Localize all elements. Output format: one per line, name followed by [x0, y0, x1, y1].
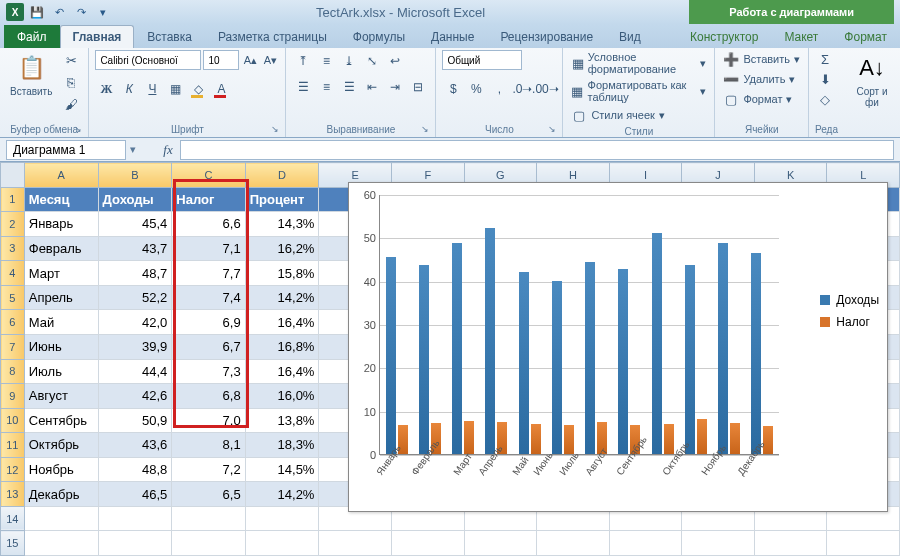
- tab-formulas[interactable]: Формулы: [340, 25, 418, 48]
- cut-icon[interactable]: ✂: [60, 50, 82, 70]
- cell[interactable]: Январь: [24, 212, 98, 237]
- cell[interactable]: [392, 531, 465, 556]
- clear-icon[interactable]: ◇: [815, 90, 835, 108]
- cell[interactable]: 14,2%: [245, 285, 319, 310]
- excel-icon[interactable]: X: [6, 3, 24, 21]
- cell[interactable]: [682, 531, 755, 556]
- cell[interactable]: 50,9: [98, 408, 172, 433]
- font-size-input[interactable]: [203, 50, 239, 70]
- cell[interactable]: 16,4%: [245, 310, 319, 335]
- cell[interactable]: Июль: [24, 359, 98, 384]
- cell[interactable]: 6,9: [172, 310, 245, 335]
- cell[interactable]: [537, 531, 610, 556]
- conditional-formatting-button[interactable]: ▦Условное форматирование ▾: [569, 50, 708, 76]
- row-header[interactable]: 6: [1, 310, 25, 335]
- cell[interactable]: 14,3%: [245, 212, 319, 237]
- format-as-table-button[interactable]: ▦Форматировать как таблицу ▾: [569, 78, 708, 104]
- orientation-icon[interactable]: ⤡: [361, 50, 383, 72]
- row-header[interactable]: 12: [1, 457, 25, 482]
- row-header[interactable]: 10: [1, 408, 25, 433]
- font-color-icon[interactable]: A: [210, 78, 232, 100]
- cell[interactable]: [319, 531, 392, 556]
- tab-chart-layout[interactable]: Макет: [771, 25, 831, 48]
- cell[interactable]: 14,5%: [245, 457, 319, 482]
- format-painter-icon[interactable]: 🖌: [60, 94, 82, 114]
- format-cells-button[interactable]: ▢Формат ▾: [721, 90, 794, 108]
- cell[interactable]: 18,3%: [245, 433, 319, 458]
- tab-chart-format[interactable]: Формат: [831, 25, 900, 48]
- cell[interactable]: 7,1: [172, 236, 245, 261]
- cell[interactable]: 16,8%: [245, 334, 319, 359]
- font-launcher-icon[interactable]: ↘: [271, 124, 279, 134]
- cell[interactable]: Сентябрь: [24, 408, 98, 433]
- cell[interactable]: [754, 531, 827, 556]
- cell[interactable]: 6,7: [172, 334, 245, 359]
- fill-color-icon[interactable]: ◇: [187, 78, 209, 100]
- row-header[interactable]: 5: [1, 285, 25, 310]
- autosum-icon[interactable]: Σ: [815, 50, 835, 68]
- select-all-corner[interactable]: [1, 163, 25, 188]
- shrink-font-icon[interactable]: A▾: [261, 50, 279, 70]
- cell[interactable]: [609, 531, 682, 556]
- tab-review[interactable]: Рецензирование: [487, 25, 606, 48]
- sort-filter-button[interactable]: A↓ Сорт и фи: [850, 50, 894, 110]
- tab-insert[interactable]: Вставка: [134, 25, 205, 48]
- row-header[interactable]: 15: [1, 531, 25, 556]
- cell[interactable]: Май: [24, 310, 98, 335]
- cell[interactable]: 7,3: [172, 359, 245, 384]
- row-header[interactable]: 1: [1, 187, 25, 212]
- cell[interactable]: [245, 531, 319, 556]
- cell[interactable]: Налог: [172, 187, 245, 212]
- delete-cells-button[interactable]: ➖Удалить ▾: [721, 70, 797, 88]
- cell[interactable]: [172, 506, 245, 531]
- tab-data[interactable]: Данные: [418, 25, 487, 48]
- cell[interactable]: 13,8%: [245, 408, 319, 433]
- cell[interactable]: 6,6: [172, 212, 245, 237]
- cell[interactable]: 16,4%: [245, 359, 319, 384]
- cell[interactable]: [464, 531, 537, 556]
- cell[interactable]: 7,4: [172, 285, 245, 310]
- cell[interactable]: 44,4: [98, 359, 172, 384]
- row-header[interactable]: 4: [1, 261, 25, 286]
- tab-chart-designer[interactable]: Конструктор: [677, 25, 771, 48]
- copy-icon[interactable]: ⎘: [60, 72, 82, 92]
- paste-button[interactable]: 📋 Вставить: [6, 50, 56, 99]
- cell[interactable]: 16,2%: [245, 236, 319, 261]
- cell[interactable]: Месяц: [24, 187, 98, 212]
- cell[interactable]: 15,8%: [245, 261, 319, 286]
- cell[interactable]: 43,6: [98, 433, 172, 458]
- insert-cells-button[interactable]: ➕Вставить ▾: [721, 50, 802, 68]
- number-launcher-icon[interactable]: ↘: [548, 124, 556, 134]
- align-center-icon[interactable]: ≡: [315, 76, 337, 98]
- indent-decrease-icon[interactable]: ⇤: [361, 76, 383, 98]
- cell[interactable]: 48,7: [98, 261, 172, 286]
- cell[interactable]: 16,0%: [245, 384, 319, 409]
- row-header[interactable]: 14: [1, 506, 25, 531]
- formula-input[interactable]: [180, 140, 894, 160]
- cell[interactable]: 48,8: [98, 457, 172, 482]
- wrap-text-icon[interactable]: ↩: [384, 50, 406, 72]
- merge-icon[interactable]: ⊟: [407, 76, 429, 98]
- cell[interactable]: 6,8: [172, 384, 245, 409]
- row-header[interactable]: 7: [1, 334, 25, 359]
- align-middle-icon[interactable]: ≡: [315, 50, 337, 72]
- align-right-icon[interactable]: ☰: [338, 76, 360, 98]
- cell[interactable]: Август: [24, 384, 98, 409]
- cell[interactable]: [98, 531, 172, 556]
- save-icon[interactable]: 💾: [28, 3, 46, 21]
- cell[interactable]: Февраль: [24, 236, 98, 261]
- align-top-icon[interactable]: ⤒: [292, 50, 314, 72]
- align-left-icon[interactable]: ☰: [292, 76, 314, 98]
- cell[interactable]: 39,9: [98, 334, 172, 359]
- underline-button[interactable]: Ч: [141, 78, 163, 100]
- cell[interactable]: 42,0: [98, 310, 172, 335]
- bold-button[interactable]: Ж: [95, 78, 117, 100]
- cell[interactable]: 14,2%: [245, 482, 319, 507]
- cell-styles-button[interactable]: ▢Стили ячеек ▾: [569, 106, 666, 124]
- cell[interactable]: 7,7: [172, 261, 245, 286]
- cell[interactable]: Процент: [245, 187, 319, 212]
- percent-icon[interactable]: %: [465, 78, 487, 100]
- row-header[interactable]: 3: [1, 236, 25, 261]
- tab-file[interactable]: Файл: [4, 25, 60, 48]
- grow-font-icon[interactable]: A▴: [241, 50, 259, 70]
